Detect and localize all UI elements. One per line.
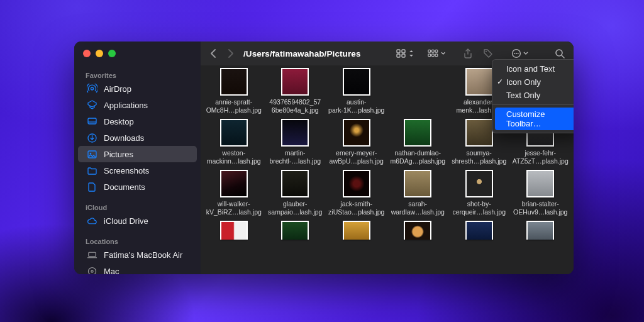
file-cell[interactable]	[387, 221, 449, 240]
group-by-button[interactable]	[428, 46, 445, 61]
file-cell[interactable]: martin-brechtl-…lash.jpg	[265, 119, 326, 165]
sidebar-section-heading: Favorites	[74, 68, 201, 80]
view-icon-grid-button[interactable]	[396, 46, 414, 61]
file-cell[interactable]: 49376594802_576be80e4a_k.jpg	[265, 68, 326, 114]
sidebar-section-heading: iCloud	[74, 200, 201, 213]
airdrop-icon	[87, 84, 97, 94]
thumbnail	[343, 119, 370, 147]
laptop-icon	[87, 250, 97, 260]
file-cell[interactable]: jack-smith-ziUStao…plash.jpg	[326, 170, 387, 216]
file-cell[interactable]: brian-stalter-OEHuv9…lash.jpg	[510, 170, 572, 216]
path-title: /Users/fatimawahab/Pictures	[243, 49, 361, 58]
file-cell[interactable]	[510, 221, 572, 240]
thumbnail	[526, 170, 554, 197]
menu-item-text-only[interactable]: Text Only	[492, 89, 574, 102]
icloud-icon	[87, 216, 97, 226]
file-name: annie-spratt-OMc8H…plash.jpg	[206, 98, 262, 114]
close-icon[interactable]	[83, 50, 91, 57]
thumbnail	[343, 221, 370, 240]
file-cell[interactable]	[448, 221, 510, 240]
thumbnail	[220, 119, 248, 147]
sidebar-section-heading: Locations	[74, 234, 201, 247]
menu-item-customize-toolbar[interactable]: Customize Toolbar…	[495, 108, 574, 130]
thumbnail	[404, 221, 431, 240]
svg-rect-2	[397, 54, 400, 57]
svg-rect-7	[428, 54, 431, 57]
file-cell[interactable]	[203, 221, 265, 240]
thumbnail	[220, 221, 248, 240]
back-button[interactable]	[206, 46, 221, 61]
file-name: glauber-sampaio…lash.jpg	[268, 200, 322, 216]
sidebar-item-airdrop[interactable]: AirDrop	[78, 80, 197, 97]
sidebar-item-label: Documents	[104, 182, 145, 192]
file-name: brian-stalter-OEHuv9…lash.jpg	[513, 200, 567, 216]
sidebar-item-screenshots[interactable]: Screenshots	[78, 162, 197, 179]
file-name: martin-brechtl-…lash.jpg	[269, 149, 321, 165]
thumbnail	[465, 119, 493, 147]
pictures-icon	[87, 149, 97, 160]
folder-icon	[87, 165, 97, 176]
thumbnail	[526, 221, 554, 240]
share-button[interactable]	[459, 46, 477, 61]
svg-point-13	[516, 53, 517, 54]
sidebar-item-desktop[interactable]: Desktop	[78, 113, 197, 130]
file-name: 49376594802_576be80e4a_k.jpg	[269, 98, 321, 114]
file-cell[interactable]	[387, 68, 449, 114]
thumbnail	[281, 119, 309, 147]
sidebar-item-label: Mac	[104, 267, 119, 275]
file-name: will-walker-kV_BiRZ…lash.jpg	[206, 200, 262, 216]
sidebar-item-macbook-air[interactable]: Fatima's MacBook Air	[78, 247, 197, 263]
sidebar-item-label: Screenshots	[104, 166, 149, 175]
file-name: shot-by-cerqueir…lash.jpg	[452, 200, 506, 216]
file-cell[interactable]: emery-meyer-awBpU…plash.jpg	[326, 119, 387, 165]
file-cell[interactable]: glauber-sampaio…lash.jpg	[265, 170, 326, 216]
sidebar-item-label: Fatima's MacBook Air	[104, 250, 182, 260]
thumbnail	[404, 119, 431, 147]
forward-button[interactable]	[223, 46, 238, 61]
zoom-icon[interactable]	[108, 50, 116, 57]
thumbnail	[343, 68, 370, 96]
file-cell[interactable]: austin-park-1K…plash.jpg	[326, 68, 387, 114]
file-cell[interactable]: will-walker-kV_BiRZ…lash.jpg	[203, 170, 265, 216]
sidebar-item-mac[interactable]: Mac	[78, 263, 197, 274]
file-name: jack-smith-ziUStao…plash.jpg	[328, 200, 384, 216]
sidebar-item-icloud-drive[interactable]: iCloud Drive	[78, 213, 197, 229]
finder-window: /Users/fatimawahab/Pictures	[74, 42, 574, 274]
file-cell[interactable]: shot-by-cerqueir…lash.jpg	[448, 170, 510, 216]
file-name: sarah-wardlaw…lash.jpg	[391, 200, 445, 216]
disk-icon	[87, 266, 97, 275]
file-cell[interactable]	[326, 221, 387, 240]
svg-point-10	[486, 51, 487, 52]
svg-point-16	[91, 87, 94, 90]
sidebar-item-downloads[interactable]: Downloads	[78, 130, 197, 146]
svg-point-23	[91, 270, 93, 272]
menu-item-icon-only[interactable]: Icon Only	[492, 75, 574, 89]
svg-rect-1	[402, 50, 405, 53]
svg-rect-6	[435, 50, 438, 52]
minimize-icon[interactable]	[96, 50, 103, 57]
sidebar-item-applications[interactable]: Applications	[78, 97, 197, 113]
svg-point-20	[90, 152, 92, 154]
menu-separator	[492, 104, 574, 105]
toolbar-context-menu: Icon and Text Icon Only Text Only Custom…	[492, 59, 574, 133]
svg-rect-17	[88, 118, 96, 124]
file-cell[interactable]	[265, 221, 326, 240]
svg-point-14	[517, 53, 518, 54]
sidebar-item-label: Pictures	[104, 150, 133, 159]
file-name: emery-meyer-awBpU…plash.jpg	[330, 149, 384, 165]
svg-rect-5	[432, 50, 435, 52]
sidebar-item-pictures[interactable]: Pictures	[78, 146, 197, 162]
file-cell[interactable]: annie-spratt-OMc8H…plash.jpg	[203, 68, 265, 114]
thumbnail	[220, 68, 248, 96]
thumbnail	[220, 170, 248, 197]
thumbnail	[281, 170, 309, 197]
sidebar-item-documents[interactable]: Documents	[78, 179, 197, 195]
file-cell[interactable]: nathan-dumlao-m6DAg…plash.jpg	[387, 119, 449, 165]
file-cell[interactable]: weston-mackinn…lash.jpg	[203, 119, 265, 165]
documents-icon	[87, 182, 97, 192]
svg-rect-9	[435, 54, 438, 57]
thumbnail	[281, 221, 309, 240]
file-cell[interactable]: sarah-wardlaw…lash.jpg	[387, 170, 449, 216]
sidebar-item-label: iCloud Drive	[104, 216, 148, 226]
menu-item-icon-and-text[interactable]: Icon and Text	[492, 62, 574, 75]
